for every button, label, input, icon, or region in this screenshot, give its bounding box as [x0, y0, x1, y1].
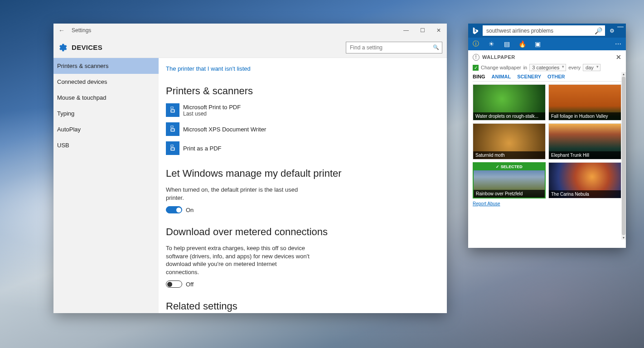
printer-icon [166, 122, 179, 136]
titlebar: ← Settings — ☐ ✕ [53, 24, 447, 37]
bing-search-icon[interactable]: 🔎 [595, 27, 602, 34]
default-printer-toggle-label: On [186, 207, 194, 213]
sidebar-item-usb[interactable]: USB [53, 137, 159, 153]
info-icon: ! [473, 54, 479, 61]
category-tab-animal[interactable]: ANIMAL [492, 74, 511, 79]
every-label: every [568, 65, 581, 70]
category-tab-bing[interactable]: BING [473, 74, 485, 79]
default-printer-toggle[interactable] [166, 206, 182, 213]
content-area: The printer that I want isn't listed Pri… [159, 58, 447, 313]
trending-tab-icon[interactable]: 🔥 [518, 40, 526, 48]
printer-microsoft-xps-document-writer[interactable]: Microsoft XPS Document Writer [166, 122, 440, 136]
wallpaper-thumb[interactable]: Fall foliage in Hudson Valley [548, 84, 621, 121]
metered-toggle-row: Off [166, 280, 440, 288]
bing-search-input[interactable] [485, 27, 595, 34]
printer-not-listed-link[interactable]: The printer that I want isn't listed [166, 65, 251, 72]
printer-name: Microsoft XPS Document Writer [183, 126, 266, 133]
report-abuse-link[interactable]: Report Abuse [473, 201, 500, 206]
bing-widget: 🔎 ⚙ — ⓘ ☀ ▤ 🔥 ▣ ⋯ ! WALLPAPER ✕ ✓ Change… [468, 24, 626, 248]
scrollbar-thumb[interactable] [622, 77, 625, 235]
default-printer-heading: Let Windows manage my default printer [166, 168, 440, 179]
scroll-down-icon[interactable]: ▾ [621, 236, 626, 240]
categories-dropdown[interactable]: 3 categories [529, 64, 566, 71]
thumb-caption: Fall foliage in Hudson Valley [549, 112, 621, 120]
wallpaper-thumb[interactable]: Water droplets on rough-stalk... [473, 84, 546, 121]
bing-scrollbar[interactable]: ▴ ▾ [621, 72, 626, 240]
gear-icon [57, 43, 67, 53]
sidebar-item-connected-devices[interactable]: Connected devices [53, 74, 159, 90]
bing-top-bar: 🔎 ⚙ — [468, 24, 626, 38]
body: Printers & scannersConnected devicesMous… [53, 58, 447, 313]
info-tab-icon[interactable]: ⓘ [472, 40, 480, 48]
category-tab-scenery[interactable]: SCENERY [517, 74, 541, 79]
printer-icon [166, 141, 179, 155]
weather-tab-icon[interactable]: ☀ [487, 40, 495, 48]
thumb-caption: Rainbow over Pretzfeld [474, 190, 545, 198]
change-wallpaper-label: Change wallpaper [481, 65, 521, 70]
wallpaper-header: ! WALLPAPER ✕ [473, 50, 621, 64]
selected-badge: ✓ SELECTED [474, 163, 545, 170]
search-icon[interactable]: 🔍 [433, 44, 439, 50]
printers-heading: Printers & scanners [166, 85, 440, 97]
sidebar-item-mouse-touchpad[interactable]: Mouse & touchpad [53, 90, 159, 106]
settings-window: ← Settings — ☐ ✕ DEVICES 🔍 Printers & sc… [53, 24, 447, 313]
thumb-caption: The Carina Nebula [549, 190, 621, 198]
change-wallpaper-row: ✓ Change wallpaper in 3 categories every… [473, 64, 621, 71]
wallpaper-title: WALLPAPER [482, 54, 515, 60]
section-title: DEVICES [72, 44, 346, 51]
search-input[interactable] [349, 44, 433, 51]
sidebar-item-printers-scanners[interactable]: Printers & scanners [53, 58, 159, 74]
printer-name: Print as a PDF [183, 145, 222, 152]
thumb-caption: Saturniid moth [473, 151, 545, 159]
change-wallpaper-checkbox[interactable]: ✓ [473, 65, 479, 71]
bing-logo-icon[interactable] [470, 25, 481, 36]
panel-close-icon[interactable]: ✕ [616, 53, 622, 61]
bing-content: ! WALLPAPER ✕ ✓ Change wallpaper in 3 ca… [468, 50, 626, 248]
thumb-caption: Elephant Trunk Hill [549, 151, 621, 159]
metered-heading: Download over metered connections [166, 226, 440, 238]
metered-toggle-label: Off [186, 281, 194, 288]
maximize-button[interactable]: ☐ [414, 27, 431, 34]
printer-name: Microsoft Print to PDF [183, 104, 241, 111]
more-icon[interactable]: ⋯ [614, 40, 622, 48]
bing-settings-icon[interactable]: ⚙ [607, 28, 617, 34]
category-tab-other[interactable]: OTHER [547, 74, 565, 79]
related-heading: Related settings [166, 300, 440, 312]
wallpaper-thumb[interactable]: Saturniid moth [473, 123, 546, 160]
wallpaper-thumb[interactable]: The Carina Nebula [548, 162, 621, 198]
category-tabs: BINGANIMALSCENERYOTHER [473, 74, 621, 82]
wallpaper-thumb[interactable]: Elephant Trunk Hill [548, 123, 621, 160]
thumb-caption: Water droplets on rough-stalk... [473, 112, 545, 120]
printer-sub: Last used [183, 111, 241, 117]
printer-print-as-a-pdf[interactable]: Print as a PDF [166, 141, 440, 155]
sidebar-item-typing[interactable]: Typing [53, 106, 159, 121]
header-row: DEVICES 🔍 [53, 37, 447, 58]
window-title: Settings [70, 27, 398, 34]
default-printer-toggle-row: On [166, 206, 440, 213]
search-box[interactable]: 🔍 [346, 42, 442, 53]
scroll-up-icon[interactable]: ▴ [621, 72, 626, 76]
printer-icon [166, 103, 179, 117]
metered-desc: To help prevent extra charges, keep this… [166, 244, 311, 276]
news-tab-icon[interactable]: ▤ [503, 40, 511, 48]
printer-microsoft-print-to-pdf[interactable]: Microsoft Print to PDFLast used [166, 103, 440, 117]
bing-minimize-icon[interactable]: — [617, 24, 624, 29]
sidebar-item-autoplay[interactable]: AutoPlay [53, 121, 159, 137]
minimize-button[interactable]: — [398, 27, 414, 34]
metered-toggle[interactable] [166, 280, 182, 288]
period-dropdown[interactable]: day [583, 64, 600, 71]
close-button[interactable]: ✕ [431, 27, 447, 34]
bing-search-box[interactable]: 🔎 [483, 25, 605, 36]
image-tab-icon[interactable]: ▣ [533, 40, 542, 48]
sidebar: Printers & scannersConnected devicesMous… [53, 58, 159, 313]
in-label: in [523, 65, 528, 70]
wallpaper-thumb[interactable]: ✓ SELECTEDRainbow over Pretzfeld [473, 162, 546, 198]
thumbnail-grid: Water droplets on rough-stalk...Fall fol… [473, 84, 621, 198]
bing-icon-tabs: ⓘ ☀ ▤ 🔥 ▣ ⋯ [468, 38, 626, 50]
back-button[interactable]: ← [53, 27, 70, 34]
default-printer-desc: When turned on, the default printer is t… [166, 186, 311, 202]
